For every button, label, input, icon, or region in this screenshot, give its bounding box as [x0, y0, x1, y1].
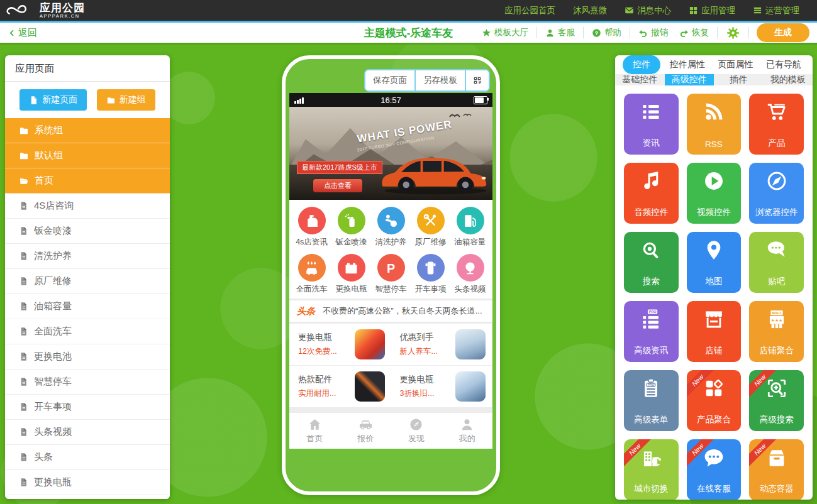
topbar-menu-item[interactable]: 消息中心: [616, 5, 680, 16]
page-row[interactable]: 开车事项: [5, 395, 170, 420]
widget-tile[interactable]: 浏览器控件: [749, 163, 804, 224]
app-icon-item[interactable]: 开车事项: [411, 254, 450, 295]
panel-tab[interactable]: 控件: [623, 55, 660, 74]
widget-tile[interactable]: New 高级搜索: [749, 370, 804, 431]
page-row[interactable]: 头条视频: [5, 420, 170, 445]
header-action[interactable]: 恢复: [674, 27, 714, 38]
widget-tile-label: 高级资讯: [634, 345, 668, 356]
settings-button[interactable]: [720, 26, 746, 40]
page-row[interactable]: 原厂维修: [5, 269, 170, 294]
car-wash-icon: [304, 260, 320, 276]
app-icon-item[interactable]: 4s店资讯: [292, 207, 331, 248]
app-icon-item[interactable]: 清洗护养: [371, 207, 411, 248]
app-icon-item[interactable]: 原厂维修: [411, 207, 450, 248]
promo-card-thumbnail: [455, 371, 486, 402]
promo-card[interactable]: 热款配件 实用耐用...: [289, 366, 391, 408]
topbar-menu-item[interactable]: 沐风熹微: [564, 5, 616, 16]
topbar-menu-item[interactable]: 应用管理: [680, 5, 744, 16]
header-action[interactable]: 帮助: [586, 27, 627, 38]
help-icon: [592, 28, 601, 38]
panel-subtab[interactable]: 插件: [714, 74, 764, 85]
widget-tile[interactable]: 视频控件: [687, 163, 742, 224]
widget-tile[interactable]: 店铺聚合: [749, 301, 804, 362]
widget-tile[interactable]: 资讯: [624, 94, 679, 155]
nav-item[interactable]: 发现: [391, 413, 442, 449]
group-row[interactable]: 系统组: [5, 118, 170, 143]
panel-subtab[interactable]: 基础控件: [615, 74, 665, 85]
widget-tile[interactable]: 高级资讯: [624, 301, 679, 362]
panel-tab[interactable]: 已有导航: [762, 55, 805, 74]
widget-tile[interactable]: 贴吧: [749, 232, 804, 293]
panel-subtab[interactable]: 高级控件: [665, 74, 714, 85]
page-row[interactable]: 全面洗车: [5, 319, 170, 344]
group-row[interactable]: 首页: [5, 168, 170, 194]
traffic-light-icon: [423, 260, 438, 276]
page-row[interactable]: 更换电池: [5, 344, 170, 370]
promo-card[interactable]: 更换电瓶 3折换旧...: [391, 366, 493, 408]
nav-item[interactable]: 报价: [340, 413, 391, 449]
banner-widget[interactable]: WHAT IS POWER 2017 TURBO SUV CONFIGURATI…: [289, 107, 492, 200]
page-row[interactable]: 更换电瓶: [5, 470, 170, 495]
back-button[interactable]: 返回: [8, 27, 37, 39]
app-icon-item[interactable]: 头条视频: [450, 254, 490, 295]
new-group-button[interactable]: 新建组: [97, 89, 155, 111]
app-icon-item[interactable]: 更换电瓶: [331, 254, 371, 295]
nav-item[interactable]: 首页: [289, 413, 340, 449]
topbar-menu-item[interactable]: 应用公园首页: [496, 5, 564, 16]
widget-tile[interactable]: 产品: [749, 94, 804, 155]
widget-tile[interactable]: 搜索: [624, 232, 679, 293]
save-page-button[interactable]: 保存页面: [365, 70, 414, 90]
phone-screen: 16:57 WHAT IS POWER 2017 TURBO SUV CONFI…: [289, 93, 492, 449]
header-action[interactable]: 撤销: [633, 27, 674, 38]
qr-code-icon: [472, 75, 482, 85]
page-row[interactable]: 优惠到手: [5, 495, 170, 499]
app-icon-grid: 4s店资讯 钣金喷漆 清洗护养: [289, 200, 492, 299]
widget-tile[interactable]: New 在线客服: [687, 439, 742, 500]
page-row[interactable]: 4S店咨询: [5, 194, 170, 219]
profile-icon: [460, 417, 474, 432]
page-row[interactable]: 智慧停车: [5, 370, 170, 395]
app-icon-item[interactable]: 油箱容量: [450, 207, 490, 248]
widget-tile[interactable]: 高级表单: [624, 370, 679, 431]
promo-card[interactable]: 更换电瓶 12次免费...: [289, 324, 391, 366]
search-icon: [640, 239, 662, 261]
panel-tab[interactable]: 控件属性: [666, 55, 709, 74]
widget-tile[interactable]: 地图: [687, 232, 742, 293]
save-as-template-button[interactable]: 另存模板: [414, 70, 465, 90]
header-action[interactable]: 客服: [540, 27, 581, 38]
app-icon-item[interactable]: 智慧停车: [371, 254, 411, 295]
nav-item[interactable]: 我的: [442, 413, 492, 449]
fuel-pump-icon: [462, 213, 478, 229]
suv-car-image: [377, 147, 491, 197]
widget-tile[interactable]: 音频控件: [624, 163, 679, 224]
qr-code-button[interactable]: [465, 70, 489, 90]
widget-tile[interactable]: New 产品聚合: [687, 370, 742, 431]
page-row[interactable]: 清洗护养: [5, 244, 170, 269]
group-row[interactable]: 默认组: [5, 143, 170, 168]
page-row[interactable]: 钣金喷漆: [5, 219, 170, 244]
app-icon-item[interactable]: 全面洗车: [292, 254, 331, 295]
widget-tile[interactable]: New 动态容器: [749, 439, 804, 500]
topbar-menu-item[interactable]: 运营管理: [744, 5, 808, 16]
panel-subtab[interactable]: 我的模板: [764, 74, 813, 85]
widget-tile[interactable]: RSS: [687, 94, 742, 155]
nav-item-label: 首页: [306, 433, 323, 444]
map-pin-icon: [703, 239, 725, 261]
page-row[interactable]: 油箱容量: [5, 294, 170, 319]
app-icon-item[interactable]: 钣金喷漆: [331, 207, 371, 248]
panel-tab-label: 已有导航: [766, 59, 801, 69]
header-action[interactable]: 模板大厅: [476, 27, 534, 38]
widget-tile[interactable]: New 城市切换: [624, 439, 679, 500]
generate-button[interactable]: 生成: [757, 23, 809, 42]
page-icon: [19, 478, 28, 487]
app-logo[interactable]: 应用公园 APPPARK.CN: [6, 3, 85, 19]
app-icon-label: 更换电瓶: [336, 284, 367, 295]
banner-cta-button[interactable]: 点击查看: [313, 179, 362, 192]
new-page-button[interactable]: 新建页面: [19, 89, 87, 111]
promo-card[interactable]: 优惠到手 新人养车...: [391, 324, 493, 366]
panel-tab[interactable]: 页面属性: [714, 55, 757, 74]
widget-tile-label: 高级表单: [634, 414, 668, 425]
widget-tile[interactable]: 店铺: [687, 301, 742, 362]
headline-widget[interactable]: 头条 不收费的“高速公路”，秋天自冬天两条长道...: [289, 300, 492, 322]
page-row[interactable]: 头条: [5, 445, 170, 470]
